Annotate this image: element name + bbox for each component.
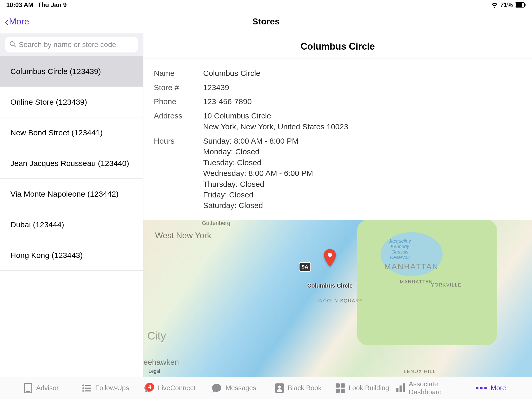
tab-label: LiveConnect bbox=[158, 384, 196, 392]
address-line2: New York, New York, United States 10023 bbox=[203, 121, 348, 132]
address-label: Address bbox=[154, 110, 203, 132]
svg-point-10 bbox=[82, 390, 84, 392]
store-item[interactable]: Via Monte Napoleone (123442) bbox=[0, 179, 143, 209]
store-item[interactable]: Online Store (123439) bbox=[0, 87, 143, 117]
map-pin-label: Columbus Circle bbox=[307, 282, 353, 289]
store-number-value: 123439 bbox=[203, 82, 229, 93]
store-item[interactable]: New Bond Street (123441) bbox=[0, 117, 143, 148]
map-label: eehawken bbox=[143, 358, 179, 367]
svg-rect-19 bbox=[341, 389, 345, 393]
hours-line: Tuesday: Closed bbox=[203, 157, 313, 168]
store-item[interactable]: Columbus Circle (123439) bbox=[0, 56, 143, 87]
store-item-empty bbox=[0, 271, 143, 301]
svg-point-23 bbox=[476, 387, 478, 389]
store-number-label: Store # bbox=[154, 82, 203, 93]
tab-more[interactable]: More bbox=[460, 384, 522, 392]
search-container bbox=[0, 33, 143, 56]
tab-blackbook[interactable]: Black Book bbox=[267, 383, 329, 393]
hours-line: Friday: Closed bbox=[203, 189, 313, 200]
tab-bar: Advisor Follow-Ups 4 LiveConnect Message… bbox=[0, 377, 532, 399]
tab-dashboard[interactable]: Associate Dashboard bbox=[396, 380, 457, 396]
hours-line: Wednesday: 8:00 AM - 6:00 PM bbox=[203, 168, 313, 178]
tab-messages[interactable]: Messages bbox=[203, 383, 265, 393]
svg-rect-20 bbox=[396, 388, 398, 392]
tab-liveconnect[interactable]: 4 LiveConnect bbox=[139, 383, 201, 393]
svg-rect-1 bbox=[516, 3, 522, 7]
search-icon bbox=[9, 41, 16, 49]
store-item[interactable]: Dubai (123444) bbox=[0, 209, 143, 240]
chat-icon bbox=[211, 383, 222, 393]
svg-rect-16 bbox=[336, 383, 340, 388]
tab-label: Advisor bbox=[36, 384, 59, 392]
tab-label: Black Book bbox=[288, 384, 322, 392]
map-view[interactable]: Guttenberg West New York City eehawken M… bbox=[143, 220, 532, 377]
tab-label: Follow-Ups bbox=[95, 384, 129, 392]
bar-chart-icon bbox=[396, 383, 405, 393]
name-label: Name bbox=[154, 68, 203, 79]
tablet-icon bbox=[24, 383, 32, 393]
hours-line: Saturday: Closed bbox=[203, 200, 313, 211]
tab-label: Look Building bbox=[349, 384, 389, 392]
back-button[interactable]: ‹ More bbox=[0, 16, 29, 27]
map-pin-icon[interactable] bbox=[323, 249, 337, 268]
tab-label: Associate Dashboard bbox=[409, 380, 457, 396]
detail-body: Name Columbus Circle Store # 123439 Phon… bbox=[143, 58, 532, 220]
search-field[interactable] bbox=[5, 37, 138, 52]
svg-line-4 bbox=[14, 45, 16, 47]
person-square-icon bbox=[275, 383, 284, 393]
hours-line: Monday: Closed bbox=[203, 146, 313, 157]
name-value: Columbus Circle bbox=[203, 68, 260, 79]
svg-point-9 bbox=[82, 387, 84, 389]
road-badge: 9A bbox=[299, 262, 311, 272]
tab-label: Messages bbox=[225, 384, 256, 392]
tab-followups[interactable]: Follow-Ups bbox=[75, 384, 136, 393]
more-icon bbox=[476, 387, 487, 390]
wifi-icon bbox=[491, 2, 498, 8]
hours-line: Sunday: 8:00 AM - 8:00 PM bbox=[203, 136, 313, 146]
svg-point-15 bbox=[278, 385, 281, 389]
svg-rect-21 bbox=[400, 385, 402, 392]
svg-rect-17 bbox=[341, 383, 345, 388]
hours-label: Hours bbox=[154, 136, 203, 211]
grid-icon bbox=[336, 383, 345, 393]
store-item-empty bbox=[0, 301, 143, 332]
store-item[interactable]: Jean Jacques Rousseau (123440) bbox=[0, 148, 143, 179]
chevron-left-icon: ‹ bbox=[5, 16, 9, 27]
address-line1: 10 Columbus Circle bbox=[203, 110, 348, 122]
store-list[interactable]: Columbus Circle (123439) Online Store (1… bbox=[0, 56, 143, 377]
detail-pane: Columbus Circle Name Columbus Circle Sto… bbox=[143, 33, 532, 377]
status-date: Thu Jan 9 bbox=[37, 1, 66, 9]
svg-point-24 bbox=[480, 387, 483, 389]
map-label: LINCOLN SQUARE bbox=[314, 298, 363, 304]
svg-rect-18 bbox=[336, 389, 340, 393]
status-bar: 10:03 AM Thu Jan 9 71% bbox=[0, 0, 532, 10]
badge: 4 bbox=[146, 383, 154, 391]
svg-point-5 bbox=[328, 253, 332, 257]
search-input[interactable] bbox=[19, 41, 134, 49]
sidebar: Columbus Circle (123439) Online Store (1… bbox=[0, 33, 143, 377]
map-label: Guttenberg bbox=[202, 220, 230, 227]
page-title: Stores bbox=[252, 16, 280, 26]
map-label: MANHATTAN bbox=[400, 279, 433, 285]
map-reservoir-label: Jacqueline Kennedy Onassis Reservoir bbox=[384, 238, 416, 260]
list-icon bbox=[82, 384, 92, 393]
tab-advisor[interactable]: Advisor bbox=[10, 383, 72, 393]
status-time: 10:03 AM bbox=[6, 1, 33, 9]
back-label: More bbox=[9, 16, 29, 26]
svg-point-25 bbox=[484, 387, 487, 389]
detail-title: Columbus Circle bbox=[143, 33, 532, 58]
battery-percent: 71% bbox=[500, 1, 513, 9]
phone-value: 123-456-7890 bbox=[203, 96, 252, 107]
map-label: City bbox=[147, 330, 166, 342]
map-legal-link[interactable]: Legal bbox=[149, 369, 160, 374]
nav-bar: ‹ More Stores bbox=[0, 10, 532, 33]
tab-lookbuilding[interactable]: Look Building bbox=[331, 383, 393, 393]
store-item[interactable]: Hong Kong (123443) bbox=[0, 240, 143, 271]
svg-rect-2 bbox=[525, 4, 526, 6]
hours-line: Thursday: Closed bbox=[203, 179, 313, 189]
map-label: YORKVILLE bbox=[431, 282, 462, 288]
map-label: MANHATTAN bbox=[384, 262, 439, 271]
battery-icon bbox=[515, 2, 526, 8]
svg-rect-22 bbox=[403, 383, 405, 392]
map-label: West New York bbox=[155, 231, 211, 240]
